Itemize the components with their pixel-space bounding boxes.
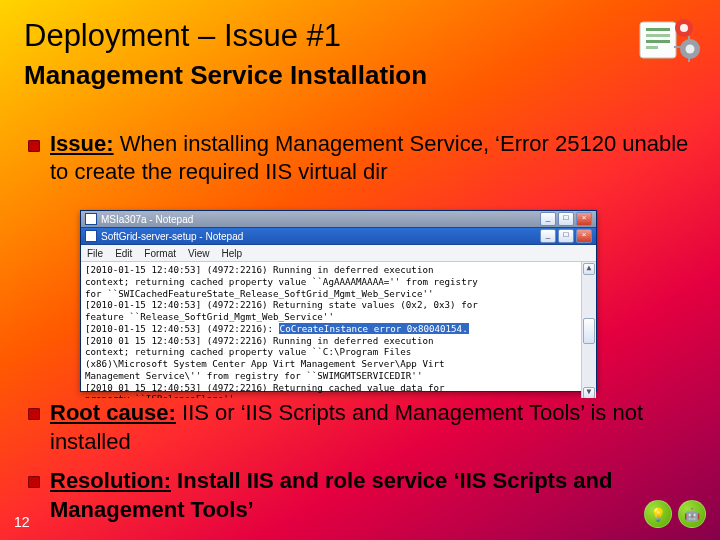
- menu-file[interactable]: File: [87, 248, 103, 259]
- log-line: for ``SWICachedFeatureState_Release_Soft…: [85, 288, 433, 299]
- log-line: Management Service\'' from registry for …: [85, 370, 422, 381]
- close-button[interactable]: ×: [576, 212, 592, 226]
- svg-point-6: [680, 24, 688, 32]
- log-line: feature ``Release_SoftGrid_Mgmt_Web_Serv…: [85, 311, 334, 322]
- notepad-body[interactable]: [2010-01-15 12:40:53] (4972:2216) Runnin…: [81, 262, 596, 398]
- close-button[interactable]: ×: [576, 229, 592, 243]
- window-title-active: SoftGrid-server-setup - Notepad: [101, 231, 540, 242]
- content-area: Issue: When installing Management Servic…: [50, 130, 690, 196]
- log-line: context; returning cached property value…: [85, 276, 478, 287]
- log-line: context; returning cached property value…: [85, 346, 411, 357]
- svg-rect-10: [696, 46, 700, 48]
- slide-subtitle: Management Service Installation: [24, 60, 427, 91]
- log-line: [2010-01-15 12:40:53] (4972:2216) Return…: [85, 299, 478, 310]
- svg-rect-3: [646, 40, 670, 43]
- notepad-window: MSIa307a - Notepad _ □ × SoftGrid-server…: [80, 210, 597, 392]
- bullet-marker-icon: [28, 408, 40, 420]
- svg-rect-1: [646, 28, 670, 31]
- titlebar-inactive: MSIa307a - Notepad _ □ ×: [81, 211, 596, 228]
- menu-help[interactable]: Help: [222, 248, 243, 259]
- issue-text: When installing Management Service, ‘Err…: [50, 131, 688, 184]
- server-tools-icon: [636, 14, 700, 68]
- svg-rect-9: [674, 46, 682, 48]
- log-line: [2010 01 15 12:40:53] (4972:2216) Return…: [85, 382, 445, 393]
- minimize-button[interactable]: _: [540, 212, 556, 226]
- maximize-button[interactable]: □: [558, 229, 574, 243]
- svg-rect-12: [688, 56, 690, 62]
- bullet-marker-icon: [28, 140, 40, 152]
- scroll-up-icon[interactable]: ▲: [583, 263, 595, 275]
- bullet-root-cause: Root cause: IIS or ‘IIS Scripts and Mana…: [50, 398, 690, 456]
- svg-rect-4: [646, 46, 658, 49]
- badge-idea-icon: 💡: [644, 500, 672, 528]
- maximize-button[interactable]: □: [558, 212, 574, 226]
- log-line: [2010-01-15 12:40:53] (4972:2216):: [85, 323, 279, 334]
- bullet-resolution: Resolution: Install IIS and role service…: [50, 466, 690, 524]
- window-title-inactive: MSIa307a - Notepad: [101, 214, 540, 225]
- slide-title: Deployment – Issue #1: [24, 18, 341, 54]
- bullet-issue: Issue: When installing Management Servic…: [50, 130, 690, 186]
- menu-edit[interactable]: Edit: [115, 248, 132, 259]
- svg-point-8: [686, 45, 695, 54]
- menu-view[interactable]: View: [188, 248, 210, 259]
- minimize-button[interactable]: _: [540, 229, 556, 243]
- log-line: [2010 01 15 12:40:53] (4972:2216) Runnin…: [85, 335, 433, 346]
- menu-format[interactable]: Format: [144, 248, 176, 259]
- menubar: File Edit Format View Help: [81, 245, 596, 262]
- log-line: (x86)\Microsoft System Center App Virt M…: [85, 358, 445, 369]
- scrollbar[interactable]: ▲ ▼: [581, 262, 596, 398]
- app-icon: [85, 230, 97, 242]
- log-highlight: CoCreateInstance error 0x80040154.: [279, 323, 469, 334]
- scroll-down-icon[interactable]: ▼: [583, 387, 595, 398]
- svg-rect-2: [646, 34, 670, 37]
- app-icon: [85, 213, 97, 225]
- svg-rect-11: [688, 36, 690, 42]
- titlebar-active: SoftGrid-server-setup - Notepad _ □ ×: [81, 228, 596, 245]
- bottom-bullets: Root cause: IIS or ‘IIS Scripts and Mana…: [50, 398, 690, 534]
- issue-label: Issue:: [50, 131, 114, 156]
- log-line: [2010-01-15 12:40:53] (4972:2216) Runnin…: [85, 264, 433, 275]
- page-number: 12: [14, 514, 30, 530]
- corner-badges: 💡 🤖: [644, 500, 706, 528]
- bullet-marker-icon: [28, 476, 40, 488]
- resolution-label: Resolution:: [50, 468, 171, 493]
- badge-robot-icon: 🤖: [678, 500, 706, 528]
- scroll-thumb[interactable]: [583, 318, 595, 344]
- slide: Deployment – Issue #1 Management Service…: [0, 0, 720, 540]
- root-cause-label: Root cause:: [50, 400, 176, 425]
